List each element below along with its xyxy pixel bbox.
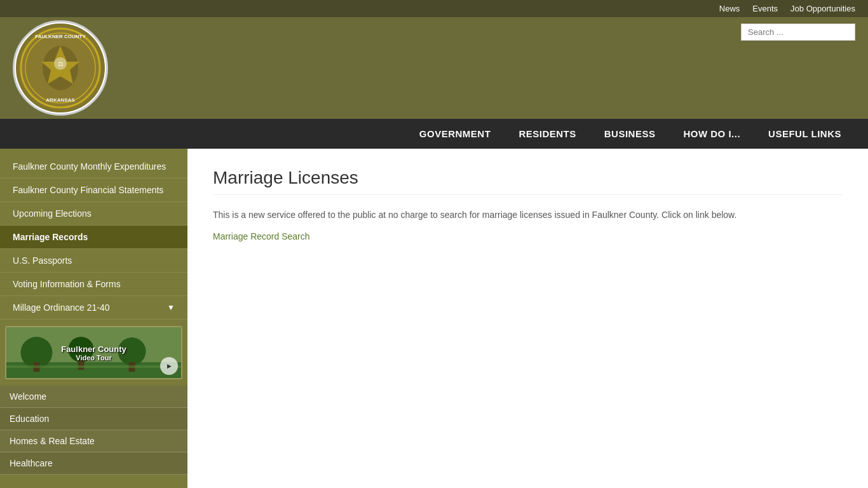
video-county-name: Faulkner County [61,344,126,354]
main-nav: GOVERNMENT RESIDENTS BUSINESS HOW DO I..… [0,119,868,149]
top-bar-events-link[interactable]: Events [752,4,778,13]
top-bar-news-link[interactable]: News [719,4,740,13]
bottom-nav-education[interactable]: Education [0,408,187,430]
bottom-nav-homes[interactable]: Homes & Real Estate [0,430,187,452]
play-icon: ▶ [167,363,172,369]
bottom-nav-welcome[interactable]: Welcome [0,386,187,408]
chevron-down-icon: ▼ [167,303,175,312]
svg-text:FAULKNER COUNTY: FAULKNER COUNTY [35,34,86,39]
top-bar-jobs-link[interactable]: Job Opportunities [790,4,855,13]
sidebar-item-millage-label: Millage Ordinance 21-40 [13,302,110,313]
body-layout: Faulkner County Monthly Expenditures Fau… [0,149,868,488]
logo-area: FAULKNER COUNTY ARKANSAS ⚖ [13,20,108,116]
svg-text:⚖: ⚖ [58,60,64,67]
svg-text:ARKANSAS: ARKANSAS [46,97,75,103]
sidebar-item-voting[interactable]: Voting Information & Forms [0,273,187,296]
nav-useful-links[interactable]: USEFUL LINKS [754,119,855,149]
search-input[interactable] [741,24,855,41]
nav-residents[interactable]: RESIDENTS [505,119,590,149]
sidebar-item-expenditures[interactable]: Faulkner County Monthly Expenditures [0,155,187,179]
sidebar-item-financial[interactable]: Faulkner County Financial Statements [0,179,187,202]
nav-government[interactable]: GOVERNMENT [405,119,505,149]
marriage-record-search-link[interactable]: Marriage Record Search [213,231,310,241]
top-bar: News Events Job Opportunities [0,0,868,17]
search-area [741,24,855,41]
logo-circle: FAULKNER COUNTY ARKANSAS ⚖ [13,20,108,116]
main-content: Marriage Licenses This is a new service … [187,149,868,488]
svg-rect-13 [78,360,85,370]
video-play-badge: ▶ [160,357,178,375]
nav-how-do-i[interactable]: HOW DO I... [669,119,754,149]
content-body-text: This is a new service offered to the pub… [213,208,843,222]
county-seal-svg: FAULKNER COUNTY ARKANSAS ⚖ [19,27,102,109]
header: FAULKNER COUNTY ARKANSAS ⚖ [0,17,868,119]
video-label: Faulkner County Video Tour [61,344,126,362]
page-title: Marriage Licenses [213,168,843,195]
bottom-nav-healthcare[interactable]: Healthcare [0,452,187,475]
video-thumbnail: Faulkner County Video Tour ▶ [6,327,181,378]
sidebar-item-millage[interactable]: Millage Ordinance 21-40 ▼ [0,296,187,320]
sidebar-item-marriage[interactable]: Marriage Records [0,226,187,249]
logo-inner: FAULKNER COUNTY ARKANSAS ⚖ [16,24,105,112]
nav-business[interactable]: BUSINESS [590,119,670,149]
sidebar-item-elections[interactable]: Upcoming Elections [0,202,187,226]
svg-rect-16 [6,365,181,368]
sidebar-item-passports[interactable]: U.S. Passports [0,249,187,273]
video-tour-label: Video Tour [61,354,126,362]
sidebar: Faulkner County Monthly Expenditures Fau… [0,149,187,488]
video-tour[interactable]: Faulkner County Video Tour ▶ [5,326,182,379]
